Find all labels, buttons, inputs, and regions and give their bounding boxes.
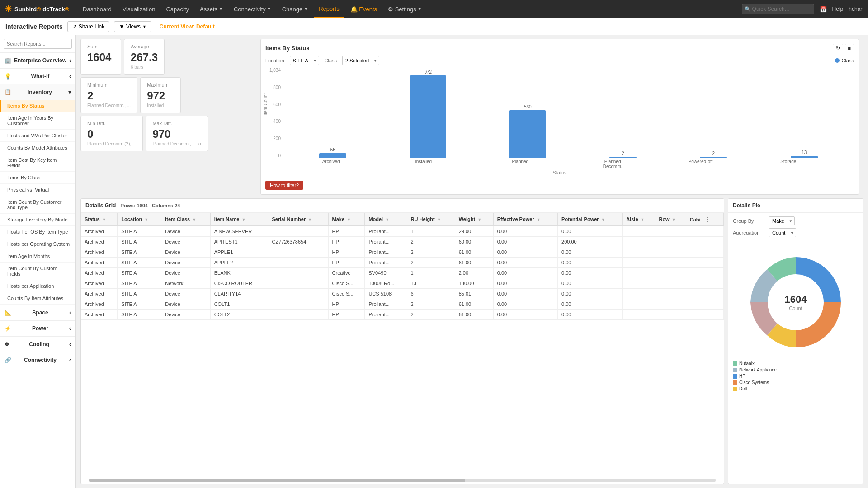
table-row[interactable]: ArchivedSITE ADeviceBLANKCreativeSV04901… xyxy=(81,268,724,278)
table-cell: 2 xyxy=(407,310,455,320)
sidebar-item-item-cost[interactable]: Item Cost By Key Item Fields xyxy=(0,154,75,172)
sidebar-item-item-count-custom[interactable]: Item Count By Custom Fields xyxy=(0,263,75,280)
chart-refresh-button[interactable]: ↻ xyxy=(833,44,843,52)
location-filter-label: Location xyxy=(265,58,284,63)
share-link-button[interactable]: ↗ Share Link xyxy=(67,21,109,32)
nav-capacity[interactable]: Capacity xyxy=(161,0,193,18)
sidebar-item-items-by-class[interactable]: Items By Class xyxy=(0,172,75,184)
table-cell: 0.00 xyxy=(493,247,557,258)
chart-header: Items By Status ↻ ≡ xyxy=(265,44,854,52)
sidebar-item-counts-model[interactable]: Counts By Model Attributes xyxy=(0,142,75,154)
details-grid: Details Grid Rows: 1604 Columns 24 Statu… xyxy=(80,198,724,484)
table-row[interactable]: ArchivedSITE ANetworkCISCO ROUTERCisco S… xyxy=(81,278,724,289)
sidebar-item-item-age-months[interactable]: Item Age in Months xyxy=(0,250,75,263)
nav-reports[interactable]: Reports xyxy=(314,0,344,18)
sidebar-search-input[interactable] xyxy=(4,39,72,49)
x-label-storage: Storage xyxy=(775,159,802,169)
user-menu[interactable]: hchan xyxy=(849,6,863,12)
bar-archived-label: 55 xyxy=(330,147,335,152)
table-cell: Cisco S... xyxy=(328,278,365,289)
sidebar-section-enterprise-header[interactable]: 🏢 Enterprise Overview ‹ xyxy=(0,53,75,68)
col-make[interactable]: Make ▼ xyxy=(328,213,365,226)
space-icon: 📐 xyxy=(5,310,11,316)
col-model[interactable]: Model ▼ xyxy=(365,213,407,226)
sidebar-section-inventory: 📋 Inventory ▾ Items By Status Item Age I… xyxy=(0,84,75,305)
chart-title: Items By Status xyxy=(265,45,310,52)
table-row[interactable]: ArchivedSITE ADeviceA NEW SERVERHPProlia… xyxy=(81,226,724,237)
col-weight[interactable]: Weight ▼ xyxy=(455,213,493,226)
aggregation-select[interactable]: Count xyxy=(769,228,796,237)
sidebar-item-item-count-customer[interactable]: Item Count By Customer and Type xyxy=(0,196,75,214)
sidebar-item-hosts-per-os[interactable]: Hosts Per OS By Item Type xyxy=(0,226,75,238)
sidebar-item-item-age-years[interactable]: Item Age In Years By Customer xyxy=(0,112,75,130)
table-cell xyxy=(655,268,686,278)
sidebar-section-connectivity-header[interactable]: 🔗 Connectivity ‹ xyxy=(0,352,75,368)
scrollbar-x[interactable] xyxy=(89,479,716,482)
table-cell xyxy=(268,278,328,289)
table-cell xyxy=(686,258,723,268)
table-scrollbar[interactable] xyxy=(81,477,724,484)
col-serial-number[interactable]: Serial Number ▼ xyxy=(268,213,328,226)
legend-hp-label: HP xyxy=(739,374,745,379)
chart-menu-button[interactable]: ≡ xyxy=(845,44,854,52)
sidebar-item-physical-virtual[interactable]: Physical vs. Virtual xyxy=(0,184,75,196)
legend-nutanix-label: Nutanix xyxy=(739,361,755,366)
global-search-input[interactable] xyxy=(742,4,814,14)
table-row[interactable]: ArchivedSITE ADeviceAPITEST1CZ7726378654… xyxy=(81,237,724,247)
col-menu-button[interactable]: ⋮ xyxy=(702,216,712,223)
bar-storage-label: 13 xyxy=(802,150,807,155)
table-cell: UCS 5108 xyxy=(365,289,407,299)
col-ru-height[interactable]: RU Height ▼ xyxy=(407,213,455,226)
col-item-class[interactable]: Item Class ▼ xyxy=(161,213,210,226)
content-area: Sum 1604 Average 267.3 6 bars Minimum 2 … xyxy=(76,35,868,488)
sidebar-item-hosts-vms[interactable]: Hosts and VMs Per Cluster xyxy=(0,130,75,142)
col-effective-power[interactable]: Effective Power ▼ xyxy=(493,213,557,226)
group-by-select[interactable]: Make xyxy=(769,216,795,225)
col-potential-power[interactable]: Potential Power ▼ xyxy=(558,213,623,226)
scrollbar-x-thumb[interactable] xyxy=(89,479,465,482)
inventory-icon: 📋 xyxy=(5,89,11,95)
location-filter-select[interactable]: SITE A xyxy=(290,56,319,65)
nav-events[interactable]: 🔔 Events xyxy=(346,0,382,18)
sidebar-item-items-by-status[interactable]: Items By Status xyxy=(0,100,75,112)
cooling-icon: ❄ xyxy=(5,341,9,347)
stats-row-1: Sum 1604 Average 267.3 6 bars xyxy=(80,39,252,75)
col-aisle[interactable]: Aisle ▼ xyxy=(623,213,655,226)
nav-dashboard[interactable]: Dashboard xyxy=(78,0,116,18)
sidebar-item-storage-inventory[interactable]: Storage Inventory By Model xyxy=(0,214,75,226)
sidebar-item-hosts-application[interactable]: Hosts per Application xyxy=(0,280,75,292)
table-wrap[interactable]: Status ▼ Location ▼ Item Class ▼ Item Na… xyxy=(81,213,724,477)
table-row[interactable]: ArchivedSITE ADeviceAPPLE1HPProliant...2… xyxy=(81,247,724,258)
sidebar-item-counts-attributes[interactable]: Counts By Item Attributes xyxy=(0,292,75,305)
nav-change[interactable]: Change ▼ xyxy=(278,0,312,18)
top-content: Sum 1604 Average 267.3 6 bars Minimum 2 … xyxy=(76,35,868,198)
calendar-icon[interactable]: 📅 xyxy=(820,6,827,13)
col-status[interactable]: Status ▼ xyxy=(81,213,118,226)
col-cabi[interactable]: Cabi ⋮ xyxy=(686,213,723,226)
details-grid-title: Details Grid xyxy=(85,202,116,209)
nav-settings[interactable]: ⚙ Settings ▼ xyxy=(383,0,426,18)
col-item-name[interactable]: Item Name ▼ xyxy=(210,213,268,226)
how-to-filter-button[interactable]: How to filter? xyxy=(265,181,303,190)
sidebar-section-space-header[interactable]: 📐 Space ‹ xyxy=(0,305,75,320)
nav-connectivity[interactable]: Connectivity ▼ xyxy=(229,0,276,18)
class-filter-select[interactable]: 2 Selected xyxy=(342,56,379,65)
col-location[interactable]: Location ▼ xyxy=(118,213,161,226)
sidebar-section-power-header[interactable]: ⚡ Power ‹ xyxy=(0,321,75,336)
table-row[interactable]: ArchivedSITE ADeviceCLARITY14Cisco S...U… xyxy=(81,289,724,299)
col-row[interactable]: Row ▼ xyxy=(655,213,686,226)
nav-assets[interactable]: Assets ▼ xyxy=(195,0,227,18)
help-button[interactable]: Help xyxy=(832,6,844,12)
stat-minimum-value: 2 xyxy=(87,89,131,102)
sidebar-section-cooling-header[interactable]: ❄ Cooling ‹ xyxy=(0,337,75,352)
sidebar-section-whatif-header[interactable]: 💡 What-if ‹ xyxy=(0,69,75,84)
table-row[interactable]: ArchivedSITE ADeviceAPPLE2HPProliant...2… xyxy=(81,258,724,268)
nav-visualization[interactable]: Visualization xyxy=(118,0,160,18)
table-body: ArchivedSITE ADeviceA NEW SERVERHPProlia… xyxy=(81,226,724,320)
sidebar-item-hosts-operating-system[interactable]: Hosts per Operating System xyxy=(0,238,75,250)
bar-powered-off-bar xyxy=(700,157,727,158)
table-row[interactable]: ArchivedSITE ADeviceCOLT1HPProliant...26… xyxy=(81,299,724,310)
views-button[interactable]: ▼ Views ▼ xyxy=(114,21,151,32)
table-row[interactable]: ArchivedSITE ADeviceCOLT2HPProliant...26… xyxy=(81,310,724,320)
sidebar-section-inventory-header[interactable]: 📋 Inventory ▾ xyxy=(0,84,75,100)
